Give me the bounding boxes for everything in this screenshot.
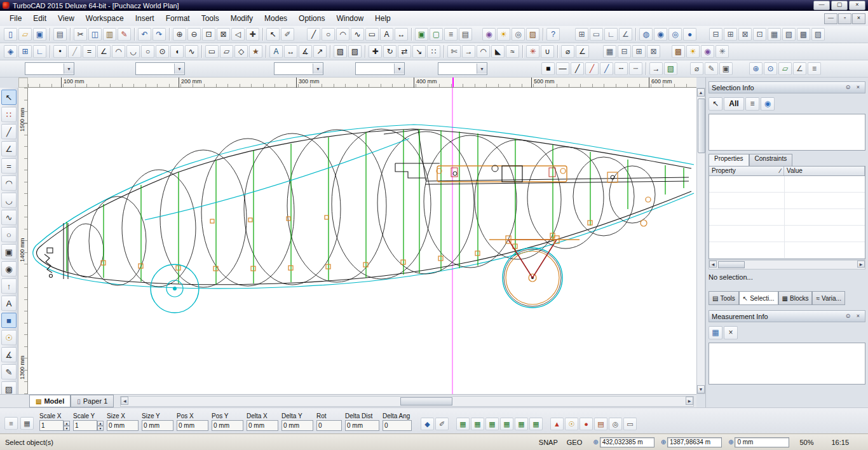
trim-tool-icon[interactable]: ✄ <box>447 45 461 58</box>
snap-quadrant-icon[interactable]: ▦ <box>500 418 513 430</box>
menu-item-insert[interactable]: Insert <box>130 12 160 25</box>
text-tool-icon[interactable]: A <box>380 28 393 41</box>
gradient-fill-icon[interactable]: ▧ <box>348 45 362 58</box>
materials-icon[interactable]: ▨ <box>526 28 539 41</box>
menu-item-view[interactable]: View <box>52 12 80 25</box>
no-pen-icon[interactable]: ⌀ <box>690 62 703 75</box>
pen-style-red-icon[interactable]: ╱ <box>585 62 599 75</box>
polyline-tool-left-icon[interactable]: ∠ <box>1 141 17 156</box>
arc-3point-icon[interactable]: ◡ <box>126 45 140 58</box>
measurement-list-box[interactable] <box>709 343 865 385</box>
help-pointer-icon[interactable]: ? <box>546 28 560 41</box>
grid-scroll-thumb[interactable] <box>718 261 745 268</box>
chevron-down-icon[interactable]: ▼ <box>174 64 184 74</box>
rotate-tool-icon[interactable]: ↻ <box>383 45 397 58</box>
spline-tool-icon[interactable]: ∿ <box>351 28 364 41</box>
chevron-down-icon[interactable]: ▼ <box>313 64 323 74</box>
chevron-down-icon[interactable]: ▼ <box>477 64 487 74</box>
warning-icon[interactable]: ▲ <box>550 418 564 430</box>
canvas-vertical-scrollbar[interactable]: ▲ ▼ <box>696 88 705 394</box>
construction-line-icon[interactable]: ╱ <box>68 45 81 58</box>
extrude-tool-icon[interactable]: ↑ <box>1 278 17 294</box>
snap-grid-icon[interactable]: ▦ <box>529 418 543 430</box>
selector-options-icon[interactable]: ◆ <box>421 418 434 430</box>
hatch-icon[interactable]: ▨ <box>334 45 347 58</box>
snap-midpoint-icon[interactable]: ▦ <box>471 418 484 430</box>
pin-icon[interactable]: ⊙ <box>844 83 852 92</box>
polar-mode-icon[interactable]: ∠ <box>619 28 632 41</box>
snap-modes-icon[interactable]: ◈ <box>4 45 17 58</box>
scroll-down-icon[interactable]: ▼ <box>697 385 705 393</box>
move-tool-icon[interactable]: ✚ <box>369 45 382 58</box>
sort-indicator-icon[interactable]: ∕ <box>780 167 781 175</box>
delta-y-input[interactable] <box>281 420 313 431</box>
scroll-left-icon[interactable]: ◀ <box>709 261 717 268</box>
menu-item-modify[interactable]: Modify <box>225 12 259 25</box>
tab-properties[interactable]: Properties <box>709 154 749 166</box>
scale-y-spinner[interactable]: ▲ ▼ <box>97 421 104 431</box>
send-back-icon[interactable]: ◉ <box>654 28 667 41</box>
brush-style-combo[interactable]: ▼ <box>355 62 405 75</box>
cut-icon[interactable]: ✂ <box>74 28 87 41</box>
scale-x-input[interactable] <box>39 420 64 431</box>
select-mode-icon[interactable]: ↖ <box>266 28 280 41</box>
zoom-in-icon[interactable]: ⊕ <box>173 28 186 41</box>
delta-x-input[interactable] <box>247 420 278 431</box>
edit-mode-icon[interactable]: ✐ <box>281 28 294 41</box>
angle-ref-icon[interactable]: ∠ <box>793 62 806 75</box>
column-property[interactable]: Property ∕ <box>709 167 784 175</box>
material-editor-icon[interactable]: ▩ <box>672 45 685 58</box>
box3d-tool-icon[interactable]: ▣ <box>1 244 17 259</box>
scale-tool-icon[interactable]: ↘ <box>412 45 426 58</box>
menu-item-options[interactable]: Options <box>293 12 330 25</box>
workplane-icon[interactable]: ▱ <box>778 62 792 75</box>
menu-item-edit[interactable]: Edit <box>27 12 52 25</box>
drawing-canvas[interactable] <box>28 88 696 394</box>
ortho-mode-icon[interactable]: ∟ <box>604 28 618 41</box>
measure-distance-icon[interactable]: ⌀ <box>561 45 574 58</box>
spin-down-icon[interactable]: ▼ <box>64 426 70 431</box>
rotated-rect-icon[interactable]: ▱ <box>220 45 233 58</box>
mail-notify-icon[interactable]: ▤ <box>594 418 607 430</box>
ortho-toggle-icon[interactable]: ∟ <box>33 45 46 58</box>
pos-x-input[interactable] <box>177 420 208 431</box>
explode-tool-icon[interactable]: ✳ <box>526 45 539 58</box>
join-tool-icon[interactable]: ∪ <box>541 45 554 58</box>
multitext-icon[interactable]: A <box>269 45 283 58</box>
new-file-icon[interactable]: ▯ <box>4 28 17 41</box>
tab-constraints[interactable]: Constraints <box>749 154 793 166</box>
library-icon[interactable]: ⊠ <box>738 28 752 41</box>
select-all-button[interactable]: All <box>724 97 744 111</box>
pen-width-icon[interactable]: — <box>556 62 569 75</box>
copy-icon[interactable]: ◫ <box>88 28 102 41</box>
scale-x-spinner[interactable]: ▲ ▼ <box>64 421 70 431</box>
coord-world-icon[interactable]: ⊕ <box>749 62 763 75</box>
star-shape-icon[interactable]: ★ <box>249 45 262 58</box>
array-tool-icon[interactable]: ∷ <box>427 45 440 58</box>
menu-item-modes[interactable]: Modes <box>259 12 293 25</box>
inspector-menu-icon[interactable]: ≡ <box>4 417 18 430</box>
document-restore-button[interactable]: ▫ <box>838 13 851 24</box>
extend-tool-icon[interactable]: → <box>462 45 475 58</box>
line-tool-icon[interactable]: ╱ <box>307 28 320 41</box>
scroll-up-icon[interactable]: ▲ <box>697 88 705 97</box>
lights-icon[interactable]: ☀ <box>497 28 510 41</box>
delta-dist-input[interactable] <box>345 420 379 431</box>
zoom-window-icon[interactable]: ⊡ <box>202 28 215 41</box>
style-manager-icon[interactable]: ▣ <box>719 62 733 75</box>
zoom-extents-icon[interactable]: ⊠ <box>217 28 230 41</box>
line-tool-left-icon[interactable]: ╱ <box>1 124 17 139</box>
menu-item-format[interactable]: Format <box>160 12 196 25</box>
chevron-down-icon[interactable]: ▼ <box>394 64 404 74</box>
view-iso-icon[interactable]: ▦ <box>603 45 616 58</box>
light-editor-icon[interactable]: ☀ <box>686 45 700 58</box>
select-arrow-icon[interactable]: ↖ <box>1 90 17 105</box>
circle-tool-icon[interactable]: ○ <box>322 28 335 41</box>
view-side-icon[interactable]: ⊠ <box>647 45 660 58</box>
pick-filter-icon[interactable]: ↖ <box>709 97 722 111</box>
point-tool-icon[interactable]: • <box>53 45 67 58</box>
delta-ang-input[interactable] <box>383 420 412 431</box>
spin-up-icon[interactable]: ▲ <box>97 421 104 426</box>
measure-angle-icon[interactable]: ∠ <box>576 45 589 58</box>
rectangle-icon[interactable]: ▭ <box>205 45 219 58</box>
